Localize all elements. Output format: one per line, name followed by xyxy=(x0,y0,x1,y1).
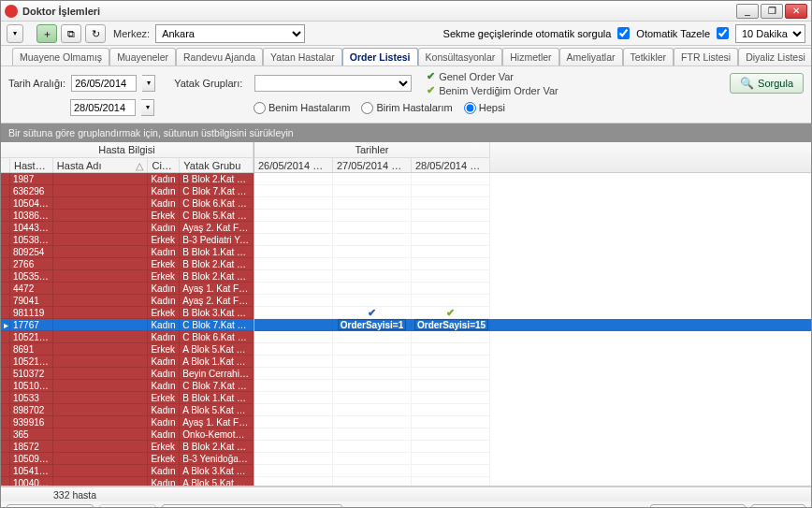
close-button[interactable]: ✕ xyxy=(785,4,807,19)
table-row[interactable]: 10533ErkekB Blok 1.Kat Ortopedi xyxy=(1,392,254,404)
table-row[interactable] xyxy=(254,416,811,428)
table-row[interactable] xyxy=(254,331,811,343)
table-row[interactable]: 8691ErkekA Blok 5.Kat Hemat xyxy=(1,343,254,356)
grid-right-body[interactable]: ✔✔OrderSayisi=1OrderSayisi=15 xyxy=(254,173,811,486)
col-date-2[interactable]: 28/05/2014 Çarşamba xyxy=(412,157,490,172)
col-hasta-adi[interactable]: Hasta Adı △ xyxy=(53,157,149,172)
date-from-picker[interactable]: ▾ xyxy=(142,75,155,92)
table-row[interactable] xyxy=(254,343,811,356)
tab-muayeneler[interactable]: Muayeneler xyxy=(109,48,176,65)
radio-benim[interactable]: Benim Hastalarım xyxy=(254,102,350,114)
table-row[interactable]: 1053804ErkekB-3 Pediatri Yoğun xyxy=(1,234,254,246)
tab-ftr-listesi[interactable]: FTR Listesi xyxy=(674,48,738,65)
date-to-input[interactable] xyxy=(70,99,136,116)
add-button[interactable]: ＋ xyxy=(36,24,57,43)
refresh-interval-select[interactable]: 10 Dakika xyxy=(735,24,805,43)
table-row[interactable]: 1052160KadınA Blok 1.Kat Ortopedi xyxy=(1,356,254,368)
minimize-button[interactable]: _ xyxy=(736,4,759,19)
tab-diyaliz-listesi[interactable]: Diyaliz Listesi xyxy=(738,48,811,65)
radio-birim[interactable]: Birim Hastalarım xyxy=(361,102,452,114)
table-row[interactable]: 1038633ErkekC Blok 5.Kat VIP xyxy=(1,210,254,222)
grid-left-body[interactable]: 1987KadınB Blok 2.Kat Dahiliye636296Kadı… xyxy=(1,173,254,486)
table-row[interactable]: 2766ErkekB Blok 2.Kat Dahiliye xyxy=(1,258,254,270)
grid-right-pane: Tarihler 26/05/2014 Pazartesi27/05/2014 … xyxy=(254,142,811,486)
auto-query-checkbox[interactable] xyxy=(617,27,630,39)
tab-ameliyatlar[interactable]: Ameliyatlar xyxy=(559,48,623,65)
tab-tetkikler[interactable]: Tetkikler xyxy=(623,48,674,65)
view-dropdown[interactable]: ▾ xyxy=(7,24,23,43)
tab-muayene-olmam-[interactable]: Muayene Olmamış xyxy=(12,48,109,65)
tab-randevu-ajanda[interactable]: Randevu Ajanda xyxy=(176,48,263,65)
table-row[interactable]: 1004076KadınA Blok 5.Kat Hemat xyxy=(1,477,254,486)
table-row[interactable] xyxy=(254,246,811,258)
table-row[interactable] xyxy=(254,173,811,185)
table-row[interactable] xyxy=(254,380,811,392)
col-date-1[interactable]: 27/05/2014 Salı xyxy=(333,157,412,172)
exit-button[interactable]: ⏻Çıkış xyxy=(751,504,805,508)
table-row[interactable] xyxy=(254,392,811,404)
legend-general: Genel Order Var xyxy=(439,71,514,82)
patient-scope-radios: Benim Hastalarım Birim Hastalarım Hepsi xyxy=(254,102,505,114)
restore-button[interactable]: ❐ xyxy=(761,4,783,19)
table-row[interactable]: 1987KadınB Blok 2.Kat Dahiliye xyxy=(1,173,254,185)
group-by-bar[interactable]: Bir sütuna göre gruplandırmak için, sütu… xyxy=(1,123,811,142)
table-row[interactable] xyxy=(254,368,811,380)
table-row[interactable] xyxy=(254,258,811,270)
table-row[interactable]: 809254KadınB Blok 1.Kat Üroloji xyxy=(1,246,254,258)
table-row[interactable] xyxy=(254,197,811,210)
table-row[interactable] xyxy=(254,234,811,246)
date-from-input[interactable] xyxy=(71,75,137,92)
performance-button[interactable]: Performans Puan / Özel Fark Gör… xyxy=(162,504,342,508)
table-row[interactable]: 898702KadınA Blok 5.Kat Hemat xyxy=(1,404,254,416)
table-row[interactable] xyxy=(254,428,811,441)
tab-kons-ltasyonlar[interactable]: Konsültasyonlar xyxy=(418,48,503,65)
table-row[interactable]: 1050460KadınC Blok 6.Kat Kadın D xyxy=(1,197,254,210)
radio-hepsi[interactable]: Hepsi xyxy=(464,102,505,114)
tab-hizmetler[interactable]: Hizmetler xyxy=(502,48,558,65)
table-row[interactable]: 18572ErkekB Blok 2.Kat Dahiliye xyxy=(1,441,254,453)
table-row[interactable]: 1054112KadınA Blok 3.Kat Genel C xyxy=(1,465,254,477)
date-to-picker[interactable]: ▾ xyxy=(141,99,154,116)
col-hasta-no[interactable]: Hasta No xyxy=(10,157,53,172)
tab-yatan-hastalar[interactable]: Yatan Hastalar xyxy=(263,48,342,65)
table-row[interactable] xyxy=(254,295,811,307)
table-row[interactable] xyxy=(254,477,811,486)
sorgula-button[interactable]: 🔍Sorgula xyxy=(730,73,804,94)
table-row[interactable] xyxy=(254,185,811,197)
table-row[interactable] xyxy=(254,210,811,222)
table-row[interactable]: 981119ErkekB Blok 3.Kat Çocuk H xyxy=(1,307,254,319)
col-yatak[interactable]: Yatak Grubu xyxy=(180,157,254,172)
table-row[interactable]: 510372KadınBeyin Cerrahi Yoğun xyxy=(1,368,254,380)
table-row[interactable]: 79041KadınAyaş 2. Kat Ftr Serv xyxy=(1,295,254,307)
col-cinsiyet[interactable]: Cinsiyet xyxy=(148,157,180,172)
table-row[interactable]: 1051002KadınC Blok 7.Kat KVC xyxy=(1,380,254,392)
table-row[interactable] xyxy=(254,270,811,283)
table-row[interactable] xyxy=(254,465,811,477)
table-row[interactable] xyxy=(254,453,811,465)
rapor-tanimi-button[interactable]: 📄Rapor Tanımı xyxy=(650,504,746,508)
table-row[interactable]: 1052118KadınC Blok 6.Kat Kadın D xyxy=(1,331,254,343)
table-row[interactable]: 365KadınOnko-Kemoterapi (5 xyxy=(1,428,254,441)
table-row[interactable] xyxy=(254,404,811,416)
table-row[interactable]: 1053527ErkekB Blok 2.Kat Dahiliye xyxy=(1,270,254,283)
table-row[interactable] xyxy=(254,441,811,453)
auto-refresh-checkbox[interactable] xyxy=(717,27,729,39)
refresh-button[interactable]: ↻ xyxy=(85,24,106,43)
yatak-select[interactable] xyxy=(254,75,412,92)
table-row[interactable]: 1050932ErkekB-3 Yenidoğan Yoğ xyxy=(1,453,254,465)
col-date-0[interactable]: 26/05/2014 Pazartesi xyxy=(254,157,333,172)
excel-export-button[interactable]: ⊞Excel Export xyxy=(7,504,94,508)
merkez-select[interactable]: Ankara xyxy=(155,24,305,43)
table-row[interactable]: 1044383KadınAyaş 2. Kat Ftr Serv xyxy=(1,222,254,234)
table-row[interactable]: 636296KadınC Blok 7.Kat Transpl xyxy=(1,185,254,197)
table-row[interactable]: ▸17767KadınC Blok 7.Kat Transpl xyxy=(1,319,254,331)
tab-order-listesi[interactable]: Order Listesi xyxy=(342,48,418,65)
copy-button[interactable]: ⧉ xyxy=(61,24,81,43)
table-row[interactable]: 939916KadınAyaş 1. Kat Ftr Serv xyxy=(1,416,254,428)
table-row[interactable]: ✔✔ xyxy=(254,307,811,319)
table-row[interactable] xyxy=(254,283,811,295)
table-row[interactable]: 4472KadınAyaş 1. Kat Ftr Serv xyxy=(1,283,254,295)
table-row[interactable]: OrderSayisi=1OrderSayisi=15 xyxy=(254,319,811,331)
table-row[interactable] xyxy=(254,356,811,368)
table-row[interactable] xyxy=(254,222,811,234)
